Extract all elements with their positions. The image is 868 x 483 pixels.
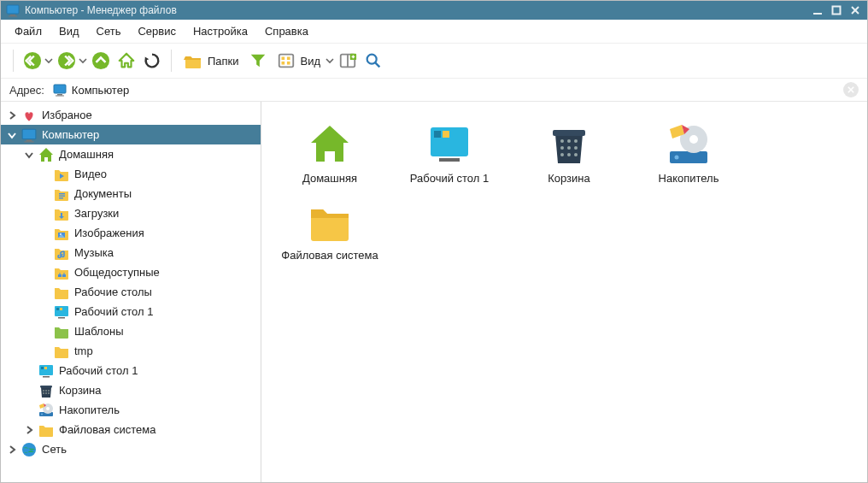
menu-help[interactable]: Справка <box>258 22 315 40</box>
public-folder-icon <box>54 265 69 280</box>
maximize-button[interactable] <box>830 3 843 17</box>
tree-pictures[interactable]: Изображения <box>1 223 261 243</box>
close-button[interactable] <box>848 3 862 17</box>
downloads-folder-icon <box>54 206 69 221</box>
home-icon <box>38 147 54 162</box>
menu-network[interactable]: Сеть <box>90 22 128 40</box>
menu-file[interactable]: Файл <box>8 22 49 40</box>
view-mode-button[interactable]: Вид <box>272 49 326 73</box>
computer-icon <box>53 83 67 97</box>
tree-desktop1[interactable]: Рабочий стол 1 <box>1 302 261 321</box>
drive-icon <box>38 403 54 418</box>
minimize-button[interactable] <box>811 3 824 17</box>
expand-icon[interactable] <box>23 424 35 436</box>
tree-desktop1-root[interactable]: Рабочий стол 1 <box>1 361 261 380</box>
folder-icon <box>308 199 352 244</box>
music-folder-icon <box>54 245 69 261</box>
desktop-icon <box>54 304 69 320</box>
address-label: Адрес: <box>9 84 44 97</box>
tree-panel: Избраное Компьютер Домаш <box>1 102 261 482</box>
documents-folder-icon <box>54 186 69 202</box>
trash-icon <box>38 383 54 398</box>
item-trash[interactable]: Корзина <box>513 119 625 189</box>
menu-service[interactable]: Сервис <box>131 22 183 40</box>
menu-settings[interactable]: Настройка <box>186 22 255 40</box>
collapse-icon[interactable] <box>6 129 18 141</box>
folder-icon <box>38 422 54 438</box>
folders-label: Папки <box>208 55 239 68</box>
item-drive[interactable]: Накопитель <box>632 119 745 189</box>
templates-folder-icon <box>54 324 69 339</box>
item-desktop1[interactable]: Рабочий стол 1 <box>393 119 506 189</box>
network-icon <box>21 442 37 457</box>
content-panel[interactable]: Домашняя Рабочий стол 1 Корзина Накопите… <box>261 102 867 482</box>
computer-icon <box>21 127 37 143</box>
folder-icon <box>54 285 69 300</box>
tree-drive[interactable]: Накопитель <box>1 400 261 420</box>
tree-home[interactable]: Домашняя <box>1 144 261 164</box>
toolbar: Папки Вид <box>1 44 867 78</box>
expand-icon[interactable] <box>6 444 18 456</box>
drive-icon <box>666 122 711 167</box>
menubar: Файл Вид Сеть Сервис Настройка Справка <box>1 20 867 44</box>
desktop-icon <box>427 122 472 167</box>
tree-computer[interactable]: Компьютер <box>1 125 261 144</box>
tree-downloads[interactable]: Загрузки <box>1 203 261 223</box>
tree-desktops[interactable]: Рабочие столы <box>1 282 261 302</box>
view-label: Вид <box>301 55 321 68</box>
dual-pane-button[interactable] <box>336 49 360 73</box>
folder-icon <box>54 344 69 359</box>
address-clear-button[interactable] <box>843 82 859 97</box>
tree-trash[interactable]: Корзина <box>1 380 261 400</box>
tree-network[interactable]: Сеть <box>1 439 261 459</box>
tree-documents[interactable]: Документы <box>1 184 261 203</box>
forward-button[interactable] <box>55 49 79 73</box>
up-button[interactable] <box>89 49 113 73</box>
videos-folder-icon <box>54 167 69 182</box>
folders-panel-toggle[interactable]: Папки <box>179 49 244 73</box>
heart-icon <box>21 108 37 123</box>
address-bar: Адрес: Компьютер <box>1 78 867 102</box>
tree-tmp[interactable]: tmp <box>1 341 261 361</box>
tree-templates[interactable]: Шаблоны <box>1 321 261 341</box>
tree-public[interactable]: Общедоступные <box>1 262 261 282</box>
pictures-folder-icon <box>54 226 69 241</box>
trash-icon <box>547 122 591 167</box>
app-icon <box>6 3 20 17</box>
refresh-button[interactable] <box>140 49 164 73</box>
forward-history-dropdown[interactable] <box>79 49 87 73</box>
back-button[interactable] <box>21 49 44 73</box>
tree-filesystem[interactable]: Файловая система <box>1 420 261 439</box>
home-button[interactable] <box>114 49 138 73</box>
home-icon <box>308 122 352 167</box>
address-text: Компьютер <box>72 84 129 97</box>
expand-icon[interactable] <box>6 109 18 121</box>
desktop-icon <box>38 363 54 379</box>
item-filesystem[interactable]: Файловая система <box>273 196 386 266</box>
collapse-icon[interactable] <box>23 149 35 161</box>
window-title: Компьютер - Менеджер файлов <box>25 4 177 16</box>
item-home[interactable]: Домашняя <box>273 119 386 189</box>
address-field[interactable]: Компьютер <box>50 81 838 98</box>
menu-view[interactable]: Вид <box>52 22 86 40</box>
filter-button[interactable] <box>246 49 270 73</box>
view-mode-dropdown[interactable] <box>326 49 334 73</box>
tree-videos[interactable]: Видео <box>1 164 261 184</box>
svg-rect-77 <box>833 7 841 15</box>
tree-favorites[interactable]: Избраное <box>1 105 261 125</box>
titlebar[interactable]: Компьютер - Менеджер файлов <box>1 1 867 20</box>
search-button[interactable] <box>361 49 385 73</box>
tree-music[interactable]: Музыка <box>1 243 261 262</box>
back-history-dropdown[interactable] <box>44 49 53 73</box>
